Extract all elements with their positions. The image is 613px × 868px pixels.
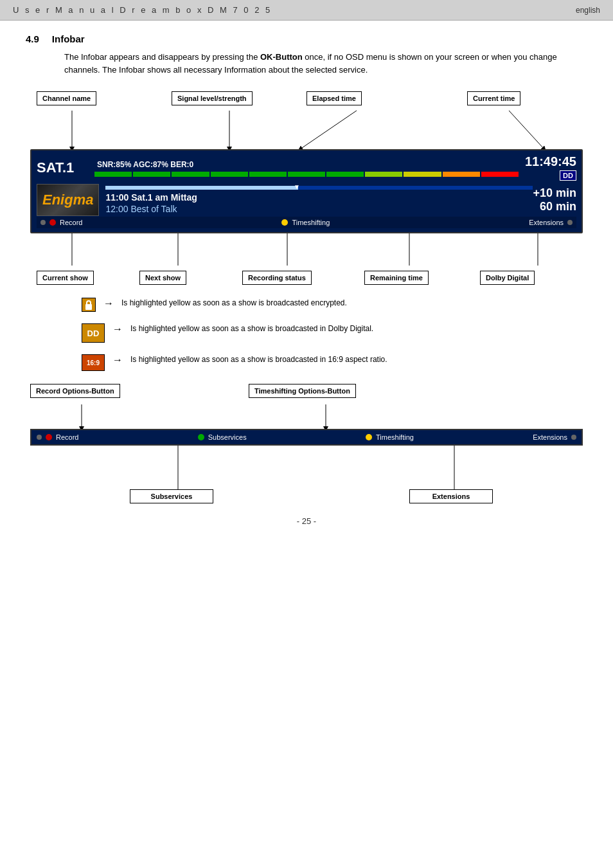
bottom-rec-dot: [46, 434, 52, 440]
current-show-label-box: Current show: [37, 271, 94, 285]
timeshifting-dot: [281, 219, 288, 226]
bottom-timeshifting-label[interactable]: Timeshifting: [376, 433, 414, 441]
progress-marker: ▼: [294, 183, 300, 190]
recording-status-label-box: Recording status: [242, 271, 312, 285]
timeshifting-btn-label[interactable]: Timeshifting: [292, 219, 330, 226]
ok-button-reference: OK-Button: [260, 52, 303, 62]
bottom-diagram-bottom-labels: Subservices Extensions: [30, 446, 583, 503]
lock-icon: [84, 300, 93, 310]
progress-fill: [105, 186, 298, 190]
signal-bars: [94, 172, 519, 177]
show-info: ▼ 11:00 Sat.1 am Mittag 12:00 Best of Ta…: [105, 183, 533, 217]
dolby-digital-label-box: Dolby Digital: [480, 271, 535, 285]
infobar-diagram: Channel name Signal level/strength Elaps…: [30, 91, 583, 285]
aspect-icon-text: 16:9: [87, 359, 100, 366]
channel-logo: Enigma: [37, 184, 99, 216]
svg-rect-9: [85, 304, 92, 310]
signal-bar-4: [211, 172, 248, 177]
dd-icon-row: DD → Is highlighted yellow as soon as a …: [82, 323, 531, 343]
current-show-text: 11:00 Sat.1 am Mittag: [105, 192, 533, 203]
arrow-right-3: →: [112, 354, 123, 366]
bottom-labels-area: Current show Next show Recording status …: [30, 233, 583, 285]
extensions-label-box: Extensions: [409, 489, 493, 503]
channel-name-label: Channel name: [37, 91, 96, 105]
bottom-nav-bar: Record Subservices Timeshifting Extensio…: [30, 429, 583, 446]
current-time-label-box: Current time: [467, 91, 520, 105]
snr-area: SNR:85% AGC:87% BER:0: [94, 159, 519, 177]
page-content: 4.9 Infobar The Infobar appears and disa…: [0, 21, 613, 539]
current-time-label: Current time: [467, 91, 520, 105]
aspect-ratio-icon-box: 16:9: [82, 354, 105, 371]
manual-title: U s e r M a n u a l D r e a m b o x D M …: [13, 5, 272, 15]
logo-text: Enigma: [42, 192, 93, 208]
top-labels-area: Channel name Signal level/strength Elaps…: [30, 91, 583, 149]
signal-bar-7: [326, 172, 364, 177]
signal-bar-11: [481, 172, 519, 177]
extensions-label: Extensions: [409, 489, 493, 503]
lock-icon-desc: Is highlighted yellow as soon as a show …: [121, 298, 347, 309]
aspect-icon-row: 16:9 → Is highlighted yellow as soon as …: [82, 354, 531, 371]
time-area: 11:49:45 DD: [525, 154, 576, 181]
signal-bar-6: [288, 172, 325, 177]
infobar-screen: SAT.1 SNR:85% AGC:87% BER:0: [30, 149, 583, 233]
subservices-label: Subservices: [130, 489, 213, 503]
bottom-nav-dot-left: [37, 435, 42, 440]
extensions-btn-label[interactable]: Extensions: [529, 219, 564, 226]
bottom-subservices-label[interactable]: Subservices: [208, 433, 247, 441]
record-options-label: Record Options-Button: [30, 384, 120, 398]
time-display: 11:49:45: [525, 154, 576, 169]
channel-name-label-box: Channel name: [37, 91, 96, 105]
infobar-top-row: SAT.1 SNR:85% AGC:87% BER:0: [37, 154, 576, 181]
channel-name-display: SAT.1: [37, 159, 88, 176]
dolby-digital-label: Dolby Digital: [480, 271, 535, 285]
bottom-record-label[interactable]: Record: [56, 433, 78, 441]
infobar-nav-row: Record Timeshifting Extensions: [37, 217, 576, 228]
bottom-diagram: Record Options-Button Timeshifting Optio…: [30, 384, 583, 503]
lock-icon-box: [82, 298, 96, 312]
signal-bar-1: [94, 172, 132, 177]
next-show-label: Next show: [139, 271, 186, 285]
remaining-time-label: Remaining time: [364, 271, 429, 285]
section-title: Infobar: [52, 33, 85, 44]
nav-dot-left: [40, 220, 46, 225]
page-number: - 25 -: [26, 516, 587, 526]
arrow-right-2: →: [112, 323, 123, 335]
record-options-label-box: Record Options-Button: [30, 384, 120, 398]
plus-time: +10 min: [533, 186, 576, 200]
subservices-label-box: Subservices: [130, 489, 213, 503]
signal-bar-2: [133, 172, 170, 177]
signal-level-label: Signal level/strength: [172, 91, 253, 105]
language-label: english: [576, 6, 600, 15]
infobar-middle-row: Enigma ▼ 11:00 Sat.1 am Mittag 12:00 Bes…: [37, 183, 576, 217]
svg-line-3: [509, 111, 544, 149]
section-header: 4.9 Infobar: [26, 33, 587, 44]
signal-bar-8: [365, 172, 402, 177]
signal-bar-3: [172, 172, 209, 177]
dd-icon-text: DD: [87, 329, 100, 338]
svg-line-2: [300, 111, 357, 149]
record-btn-label[interactable]: Record: [60, 219, 82, 226]
elapsed-label-box: Elapsed time: [306, 91, 362, 105]
progress-bar: ▼: [105, 186, 533, 190]
page-header: U s e r M a n u a l D r e a m b o x D M …: [0, 0, 613, 21]
dd-icon-desc: Is highlighted yellow as soon as a show …: [130, 323, 373, 334]
recording-status-label: Recording status: [242, 271, 312, 285]
remaining-info: +10 min 60 min: [533, 186, 576, 213]
next-show-text: 12:00 Best of Talk: [105, 204, 533, 214]
next-show-label-box: Next show: [139, 271, 186, 285]
icons-section: → Is highlighted yellow as soon as a sho…: [82, 298, 531, 371]
dd-icon-box: DD: [82, 323, 105, 343]
total-time: 60 min: [533, 200, 576, 213]
arrow-right-1: →: [103, 298, 114, 309]
snr-text: SNR:85% AGC:87% BER:0: [94, 159, 519, 170]
subservices-dot: [198, 434, 204, 440]
dolby-badge: DD: [560, 170, 576, 181]
rec-dot: [49, 219, 56, 226]
nav-dot-right: [567, 220, 573, 225]
lock-icon-row: → Is highlighted yellow as soon as a sho…: [82, 298, 531, 312]
intro-paragraph: The Infobar appears and disappears by pr…: [64, 51, 587, 76]
current-show-label: Current show: [37, 271, 94, 285]
bottom-timeshifting-dot: [366, 434, 372, 440]
bottom-extensions-label[interactable]: Extensions: [533, 433, 567, 441]
section-number: 4.9: [26, 33, 39, 44]
